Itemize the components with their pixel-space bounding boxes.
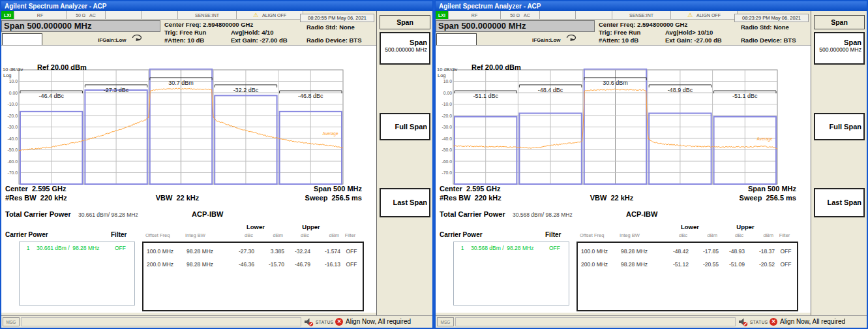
measurement-mode-label: ACP-IBW: [192, 210, 223, 218]
ifgain-label: IFGain:Low: [98, 37, 127, 43]
span-button-label: Span: [815, 39, 861, 46]
upper-dbm-value: -20.52: [745, 261, 775, 268]
measurement-annotation: -51.1 dBc: [732, 93, 758, 99]
error-icon: ✕: [770, 318, 777, 326]
upper-group-header: Upper: [717, 223, 773, 230]
message-area: [21, 317, 301, 326]
ac-coupling-label: AC: [524, 13, 530, 18]
upper-dbc-value: -51.09: [719, 261, 745, 268]
measurement-annotation: -27.3 dBc: [104, 87, 129, 93]
scale-per-div-label: 10 dB/div: [437, 67, 457, 72]
coupling-indicator: 50 Ω AC: [501, 11, 540, 20]
status-cell-empty: [576, 11, 612, 20]
speaker-mute-icon: [304, 317, 314, 329]
align-off-label: ALIGN OFF: [696, 13, 721, 18]
col-upper-dbm: dBm: [309, 232, 339, 238]
measurement-mode-label: ACP-IBW: [626, 210, 657, 218]
carrier-filter-header: Filter: [111, 231, 127, 238]
col-upper-dbm: dBm: [743, 232, 773, 238]
col-upper-dbc: dBc: [283, 232, 309, 238]
last-span-button[interactable]: Last Span: [380, 188, 430, 217]
offset-table: 100.0 MHz 98.28 MHz -27.30 3.385 -32.24 …: [142, 242, 364, 311]
sense-indicator: SENSE:INT: [178, 11, 237, 20]
window-title: Agilent Spectrum Analyzer - ACP: [1, 1, 432, 11]
carrier-filter-state: OFF: [549, 245, 569, 251]
datetime-display: 08:23:29 PM May 06, 2021: [734, 14, 809, 22]
upper-group-header: Upper: [283, 223, 339, 230]
integ-bw-value: 98.28 MHz: [620, 261, 664, 268]
align-off-indicator: ⚠ ALIGN OFF: [671, 11, 738, 20]
offset-freq-value: 100.0 MHz: [143, 248, 185, 255]
span-footer: Span 500 MHz: [710, 185, 796, 193]
status-message: Align Now, All required: [346, 318, 411, 325]
impedance-label: 50 Ω: [76, 13, 85, 18]
analyzer-window: Agilent Spectrum Analyzer - ACP LXI RF 5…: [0, 0, 434, 329]
offset-freq-value: 200.0 MHz: [143, 261, 185, 268]
carrier-power-list: 1 30.661 dBm / 98.28 MHz OFF: [19, 242, 135, 306]
rf-input-indicator: RF: [449, 11, 501, 20]
continuous-sweep-icon: [565, 32, 578, 44]
trace-label: Average: [322, 131, 338, 136]
softkey-menu: Span Span 500.000000 MHz Full Span Last …: [376, 11, 432, 315]
center-freq-readout: Center Freq: 2.594800000 GHz: [164, 21, 253, 28]
rf-input-indicator: RF: [14, 11, 67, 20]
continuous-sweep-icon: [130, 32, 143, 44]
y-axis-tick-label: 0.00: [443, 91, 452, 95]
measurement-annotation: 30.6 dBm: [603, 80, 628, 86]
col-offset-freq: Offset Freq: [576, 232, 618, 238]
integ-bw-value: 98.28 MHz: [620, 248, 664, 255]
center-freq-footer: Center 2.595 GHz: [5, 185, 67, 193]
radio-device-readout: Radio Device: BTS: [741, 37, 796, 44]
lower-dbm-value: -20.55: [689, 261, 719, 268]
sense-indicator: SENSE:INT: [612, 11, 671, 20]
filter-state: OFF: [340, 261, 363, 268]
carrier-power-header: Carrier Power: [5, 231, 48, 238]
carrier-value: 30.568 dBm / 98.28 MHz: [471, 245, 549, 251]
full-span-button[interactable]: Full Span: [814, 113, 865, 140]
res-bw-footer: #Res BW 220 kHz: [440, 194, 501, 202]
y-axis-tick-label: -30.0: [442, 125, 453, 129]
message-area: [455, 317, 736, 326]
speaker-mute-icon: [738, 317, 748, 329]
span-button-label: Span: [381, 39, 427, 46]
y-axis-tick-label: -60.0: [442, 159, 453, 164]
y-axis-tick-label: -70.0: [442, 170, 453, 175]
last-span-button[interactable]: Last Span: [814, 188, 865, 217]
measurement-annotation: -48.4 dBc: [538, 87, 563, 93]
total-carrier-power-label: Total Carrier Power: [5, 210, 71, 218]
trace-label: Average: [756, 136, 772, 142]
y-axis-tick-label: -50.0: [442, 148, 453, 152]
col-offset-freq: Offset Freq: [142, 232, 184, 238]
msg-indicator: MSG: [3, 317, 20, 326]
coupling-indicator: 50 Ω AC: [67, 11, 106, 20]
msg-indicator: MSG: [437, 317, 454, 326]
lower-dbc-value: -27.30: [230, 248, 254, 255]
filter-state: OFF: [775, 261, 797, 268]
analyzer-window: Agilent Spectrum Analyzer - ACP LXI RF 5…: [434, 0, 868, 329]
lower-dbc-value: -51.12: [664, 261, 689, 268]
y-axis-tick-label: -40.0: [442, 136, 453, 141]
carrier-filter-state: OFF: [115, 245, 134, 251]
measurement-annotation: -46.4 dBc: [38, 93, 64, 99]
message-bar: MSG STATUS ✕ Align Now, All required: [436, 315, 867, 328]
menu-title: Span: [814, 15, 865, 29]
span-footer: Span 500 MHz: [275, 185, 362, 193]
carrier-value: 30.661 dBm / 98.28 MHz: [37, 245, 115, 251]
span-button[interactable]: Span 500.000000 MHz: [380, 32, 430, 65]
span-entry-field[interactable]: [2, 33, 42, 46]
status-strip: LXI RF 50 Ω AC SENSE:INT ⚠ ALIGN OFF: [1, 11, 303, 20]
col-integ-bw: Integ BW: [618, 232, 663, 238]
col-lower-dbm: dBm: [687, 232, 717, 238]
measurement-annotation: -48.9 dBc: [668, 87, 693, 93]
span-button[interactable]: Span 500.000000 MHz: [814, 32, 865, 65]
full-span-button[interactable]: Full Span: [380, 113, 430, 140]
offset-table-header: Offset Freq Integ BW dBc dBm dBc dBm Fil…: [576, 232, 796, 238]
total-carrier-power-value: 30.568 dBm/ 98.28 MHz: [513, 212, 573, 218]
status-cell-empty: [540, 11, 576, 20]
col-integ-bw: Integ BW: [184, 232, 228, 238]
lower-dbm-value: 3.385: [254, 248, 284, 255]
span-entry-field[interactable]: [436, 33, 477, 46]
align-off-label: ALIGN OFF: [262, 13, 286, 18]
offset-row: 100.0 MHz 98.28 MHz -27.30 3.385 -32.24 …: [143, 245, 363, 258]
trigger-readout: Trig: Free Run: [164, 29, 206, 36]
